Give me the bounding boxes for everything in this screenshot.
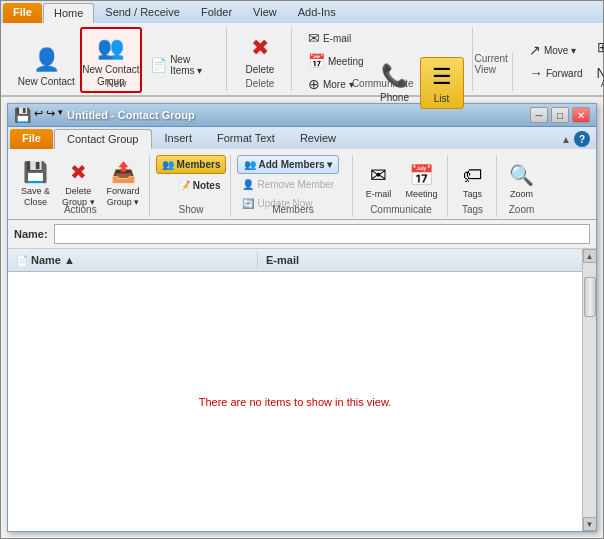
cg-email-icon: ✉	[364, 161, 392, 189]
cg-members-buttons: 👥 Add Members ▾ 👤 Remove Member 🔄 Update…	[237, 155, 348, 226]
cg-zoom-label: Zoom	[499, 204, 545, 215]
outer-new-group-label: New	[106, 78, 126, 89]
current-view-label: Current View	[475, 53, 513, 91]
scroll-down-button[interactable]: ▼	[583, 517, 597, 531]
cg-save-icon-title: 💾	[14, 107, 31, 123]
forward-button[interactable]: → Forward	[523, 62, 589, 84]
save-close-icon: 💾	[22, 158, 50, 186]
th-name-text: Name	[31, 254, 61, 266]
outer-tab-add-ins[interactable]: Add-Ins	[288, 3, 346, 23]
collapse-ribbon-button[interactable]: ▲	[561, 134, 571, 145]
outer-tab-view[interactable]: View	[243, 3, 287, 23]
cg-members-label: Members	[233, 204, 352, 215]
notes-show-icon: 📝	[178, 180, 190, 191]
cg-ribbon-content: 💾 Save &Close ✖ DeleteGroup ▾ 📤 ForwardG…	[8, 149, 596, 219]
delete-group-button[interactable]: ✖ DeleteGroup ▾	[57, 155, 100, 211]
th-email[interactable]: E-mail	[258, 252, 582, 268]
remove-member-label: Remove Member	[257, 179, 334, 190]
zoom-label: Zoom	[510, 189, 533, 200]
move-icon: ↗	[529, 42, 541, 58]
cg-table: 📄 Name ▲ E-mail There are no items to sh…	[8, 249, 582, 531]
list-button[interactable]: ☰ List	[420, 57, 464, 109]
outer-tab-home[interactable]: Home	[43, 3, 94, 23]
members-show-label: Members	[177, 159, 221, 170]
outer-tab-folder[interactable]: Folder	[191, 3, 242, 23]
new-contact-button[interactable]: 👤 New Contact	[15, 39, 78, 93]
person-icon: 👤	[30, 44, 62, 76]
tags-icon: 🏷	[459, 161, 487, 189]
notes-show-button[interactable]: 📝 Notes	[172, 176, 227, 195]
outer-tab-send-receive[interactable]: Send / Receive	[95, 3, 190, 23]
tags-label: Tags	[463, 189, 482, 200]
mail-merge-button[interactable]: ⊞ Mail Merge	[591, 33, 604, 61]
group-icon: 👥	[95, 32, 127, 64]
delete-label: Delete	[246, 64, 275, 76]
outer-actions-buttons: ↗ Move ▾ → Forward ⊞ Mail Merge	[523, 27, 604, 112]
move-button[interactable]: ↗ Move ▾	[523, 39, 589, 61]
contact-group-window: 💾 ↩ ↪ ▾ Untitled - Contact Group ─ □ ✕ F…	[7, 103, 597, 532]
save-close-button[interactable]: 💾 Save &Close	[16, 155, 55, 211]
th-name[interactable]: 📄 Name ▲	[8, 252, 258, 268]
table-area: 📄 Name ▲ E-mail There are no items to sh…	[8, 249, 596, 531]
cg-undo-icon-title: ↩	[34, 107, 43, 123]
cg-tab-format-text[interactable]: Format Text	[205, 129, 287, 149]
members-show-icon: 👥	[162, 159, 174, 170]
add-members-button[interactable]: 👥 Add Members ▾	[237, 155, 339, 174]
cg-title-icons: 💾 ↩ ↪ ▾	[14, 107, 63, 123]
cg-meeting-label: Meeting	[405, 189, 437, 200]
cg-communicate-label: Communicate	[355, 204, 446, 215]
add-members-label: Add Members ▾	[258, 159, 332, 170]
help-button[interactable]: ?	[574, 131, 590, 147]
mail-merge-icon: ⊞	[597, 39, 604, 55]
zoom-icon: 🔍	[508, 161, 536, 189]
scroll-up-button[interactable]: ▲	[583, 249, 597, 263]
cg-email-button[interactable]: ✉ E-mail	[359, 158, 397, 203]
cg-tab-insert[interactable]: Insert	[153, 129, 205, 149]
scrollbar-thumb[interactable]	[584, 277, 596, 317]
tags-button[interactable]: 🏷 Tags	[454, 158, 492, 203]
more-icon: ⊕	[308, 76, 320, 92]
outer-tab-file[interactable]: File	[3, 3, 42, 23]
cg-tags-group: 🏷 Tags Tags	[450, 155, 497, 217]
new-contact-label: New Contact	[18, 76, 75, 88]
th-email-text: E-mail	[266, 254, 299, 266]
cg-tab-file[interactable]: File	[10, 129, 53, 149]
outer-communicate-buttons: ✉ E-mail 📅 Meeting ⊕ More ▾ 📞	[302, 27, 464, 123]
forward-group-icon: 📤	[109, 158, 137, 186]
cg-titlebar-left: 💾 ↩ ↪ ▾ Untitled - Contact Group	[14, 107, 195, 123]
new-items-group: 📄 New Items ▾	[144, 51, 218, 93]
new-items-button[interactable]: 📄 New Items ▾	[144, 51, 218, 79]
outer-ribbon-tabs: File Home Send / Receive Folder View Add…	[1, 1, 603, 23]
sort-asc-icon: ▲	[64, 254, 75, 266]
new-items-icon: 📄	[150, 57, 167, 73]
delete-button[interactable]: ✖ Delete	[237, 27, 283, 81]
cg-tab-review[interactable]: Review	[288, 129, 348, 149]
cg-tab-contact-group[interactable]: Contact Group	[54, 129, 152, 149]
meeting-small-icon: 📅	[308, 53, 325, 69]
members-show-button[interactable]: 👥 Members	[156, 155, 227, 174]
phone-label: Phone	[380, 92, 409, 104]
meeting-small-button[interactable]: 📅 Meeting	[302, 50, 370, 72]
cg-tab-spacer	[349, 129, 556, 149]
zoom-button[interactable]: 🔍 Zoom	[503, 158, 541, 203]
notes-show-label: Notes	[193, 180, 221, 191]
outer-group-new: 👤 New Contact 👥 New ContactGroup 📄 New I…	[7, 27, 227, 91]
cg-ribbon: File Contact Group Insert Format Text Re…	[8, 127, 596, 220]
cg-members-group: 👥 Add Members ▾ 👤 Remove Member 🔄 Update…	[233, 155, 353, 217]
email-small-button[interactable]: ✉ E-mail	[302, 27, 370, 49]
vertical-scrollbar[interactable]: ▲ ▼	[582, 249, 596, 531]
cg-show-label: Show	[152, 204, 231, 215]
outer-delete-group-label: Delete	[246, 78, 275, 89]
remove-member-icon: 👤	[242, 179, 254, 190]
outer-group-communicate: ✉ E-mail 📅 Meeting ⊕ More ▾ 📞	[294, 27, 473, 91]
outer-group-actions: ↗ Move ▾ → Forward ⊞ Mail Merge	[515, 27, 604, 91]
cg-meeting-button[interactable]: 📅 Meeting	[400, 158, 442, 203]
cg-email-label: E-mail	[366, 189, 392, 200]
delete-group-icon: ✖	[64, 158, 92, 186]
remove-member-button[interactable]: 👤 Remove Member	[237, 176, 339, 193]
forward-group-button[interactable]: 📤 ForwardGroup ▾	[102, 155, 145, 211]
qat-dropdown-icon[interactable]: ▾	[58, 107, 63, 123]
cg-tags-label: Tags	[450, 204, 496, 215]
delete-icon: ✖	[244, 32, 276, 64]
name-input[interactable]	[54, 224, 590, 244]
